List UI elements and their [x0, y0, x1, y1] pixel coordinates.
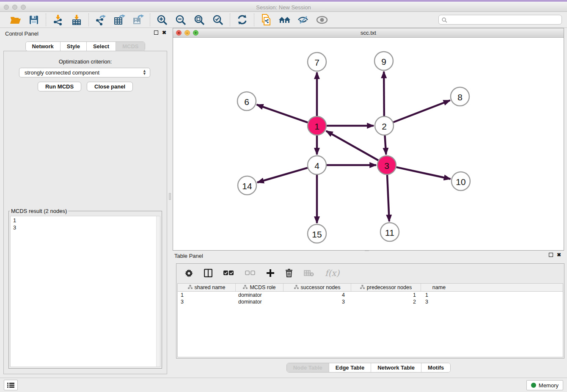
task-history-button[interactable] — [4, 380, 18, 390]
float-table-panel-icon[interactable] — [549, 253, 553, 257]
select-all-columns-icon[interactable] — [223, 271, 234, 276]
table-row[interactable]: 3dominator323 — [178, 298, 563, 305]
criterion-dropdown[interactable]: strongly connected component ▲▼ — [19, 68, 150, 77]
column-header-MCDS-role[interactable]: MCDS role — [236, 284, 284, 291]
export-table-icon[interactable] — [113, 14, 126, 26]
node-table-grid[interactable]: shared nameMCDS rolesuccessor nodesprede… — [177, 283, 563, 357]
float-panel-icon[interactable] — [154, 30, 158, 35]
graph-node-4[interactable]: 4 — [308, 156, 326, 174]
svg-text:14: 14 — [242, 181, 252, 191]
graph-edge-1-6[interactable] — [257, 105, 308, 122]
svg-text:15: 15 — [312, 229, 322, 239]
graph-node-7[interactable]: 7 — [308, 52, 326, 71]
tab-style[interactable]: Style — [61, 42, 87, 51]
memory-button[interactable]: Memory — [526, 380, 563, 390]
tab-network[interactable]: Network — [26, 42, 61, 51]
graph-edge-2-3[interactable] — [385, 135, 386, 155]
search-input[interactable] — [438, 15, 562, 25]
column-header-shared-name[interactable]: shared name — [178, 284, 236, 291]
cell-predecessor-nodes[interactable]: 1 — [351, 292, 421, 298]
zoom-selected-icon[interactable] — [212, 14, 224, 26]
delete-table-icon-disabled — [304, 270, 314, 276]
graph-node-8[interactable]: 8 — [451, 87, 469, 106]
tab-network-table[interactable]: Network Table — [371, 363, 421, 372]
tab-node-table[interactable]: Node Table — [287, 363, 329, 372]
import-network-icon[interactable] — [52, 14, 64, 26]
cell-MCDS-role[interactable]: dominator — [236, 298, 284, 305]
mcds-result-area[interactable]: 1 3 — [10, 216, 160, 367]
graph-node-11[interactable]: 11 — [380, 223, 399, 241]
search-container — [438, 15, 562, 25]
graph-edge-3-1[interactable] — [326, 131, 378, 160]
zoom-in-icon[interactable] — [156, 14, 168, 26]
list-icon — [7, 382, 14, 388]
result-scrollbar[interactable] — [156, 216, 160, 367]
cell-successor-nodes[interactable]: 4 — [284, 292, 351, 298]
export-network-icon[interactable] — [94, 14, 107, 26]
first-neighbors-icon[interactable] — [278, 14, 291, 26]
graph-node-3[interactable]: 3 — [377, 156, 396, 174]
graph-edge-3-11[interactable] — [387, 175, 389, 221]
table-container: f(x) shared nameMCDS rolesuccessor nodes… — [176, 263, 564, 359]
delete-column-icon[interactable] — [285, 269, 293, 277]
tab-select[interactable]: Select — [87, 42, 116, 51]
tab-motifs[interactable]: Motifs — [421, 363, 450, 372]
zoom-out-icon[interactable] — [174, 14, 187, 26]
svg-text:11: 11 — [385, 228, 394, 237]
close-panel-button[interactable]: Close panel — [87, 82, 133, 91]
tab-edge-table[interactable]: Edge Table — [329, 363, 371, 372]
graph-node-9[interactable]: 9 — [374, 52, 393, 70]
column-layout-icon[interactable] — [204, 269, 212, 277]
duplicate-network-icon[interactable] — [260, 14, 272, 26]
graph-node-15[interactable]: 15 — [308, 224, 326, 243]
graph-node-2[interactable]: 2 — [375, 116, 394, 135]
cell-name[interactable]: 1 — [421, 292, 457, 298]
network-graph: 7968124314101511 — [173, 38, 564, 250]
import-table-icon[interactable] — [70, 14, 83, 26]
refresh-layout-icon[interactable] — [236, 14, 248, 26]
graph-node-10[interactable]: 10 — [451, 172, 470, 190]
graph-node-1[interactable]: 1 — [308, 116, 326, 135]
graph-edge-2-9[interactable] — [384, 72, 384, 116]
column-header-predecessor-nodes[interactable]: predecessor nodes — [351, 284, 421, 291]
close-table-panel-icon[interactable]: ✖ — [557, 253, 561, 257]
add-column-icon[interactable] — [267, 269, 274, 277]
table-panel: Table Panel ✖ — [173, 252, 564, 377]
vertical-splitter[interactable] — [168, 28, 172, 251]
mcds-tab-content: Optimization criterion: strongly connect… — [3, 51, 167, 374]
tab-mcds[interactable]: MCDS — [116, 42, 145, 51]
save-session-icon[interactable] — [28, 14, 40, 26]
table-settings-gear-icon[interactable] — [185, 269, 193, 277]
network-window-titlebar[interactable]: ✕ − + scc.txt — [173, 28, 564, 38]
cell-MCDS-role[interactable]: dominator — [236, 292, 284, 298]
control-panel-tabs: NetworkStyleSelectMCDS — [25, 41, 146, 51]
show-all-icon[interactable] — [316, 14, 328, 26]
cell-predecessor-nodes[interactable]: 2 — [351, 298, 421, 305]
control-panel: Control Panel ✖ NetworkStyleSelectMCDS O… — [3, 30, 167, 374]
graph-node-6[interactable]: 6 — [237, 92, 256, 110]
cell-shared-name[interactable]: 1 — [178, 292, 236, 298]
titlebar: Session: New Session — [0, 0, 567, 12]
column-header-successor-nodes[interactable]: successor nodes — [284, 284, 351, 291]
export-image-icon[interactable] — [132, 14, 144, 26]
close-panel-icon[interactable]: ✖ — [162, 30, 166, 35]
cell-name[interactable]: 3 — [421, 298, 457, 305]
svg-text:10: 10 — [456, 177, 465, 187]
graph-edge-3-10[interactable] — [396, 167, 450, 179]
svg-text:4: 4 — [314, 161, 319, 171]
zoom-fit-icon[interactable] — [193, 14, 206, 26]
graph-edge-2-8[interactable] — [393, 100, 450, 122]
cell-shared-name[interactable]: 3 — [178, 298, 236, 305]
column-header-name[interactable]: name — [421, 284, 457, 291]
run-mcds-button[interactable]: Run MCDS — [38, 82, 81, 91]
network-canvas[interactable]: 7968124314101511 — [173, 38, 564, 250]
open-session-icon[interactable] — [9, 14, 22, 26]
svg-text:6: 6 — [244, 97, 249, 107]
table-row[interactable]: 1dominator411 — [178, 292, 563, 298]
deselect-all-columns-icon[interactable] — [245, 271, 256, 276]
cell-successor-nodes[interactable]: 3 — [284, 298, 351, 305]
graph-edge-4-14[interactable] — [257, 168, 308, 182]
table-panel-title: Table Panel — [173, 253, 203, 259]
hide-selected-icon[interactable] — [297, 14, 310, 26]
graph-node-14[interactable]: 14 — [238, 176, 256, 195]
